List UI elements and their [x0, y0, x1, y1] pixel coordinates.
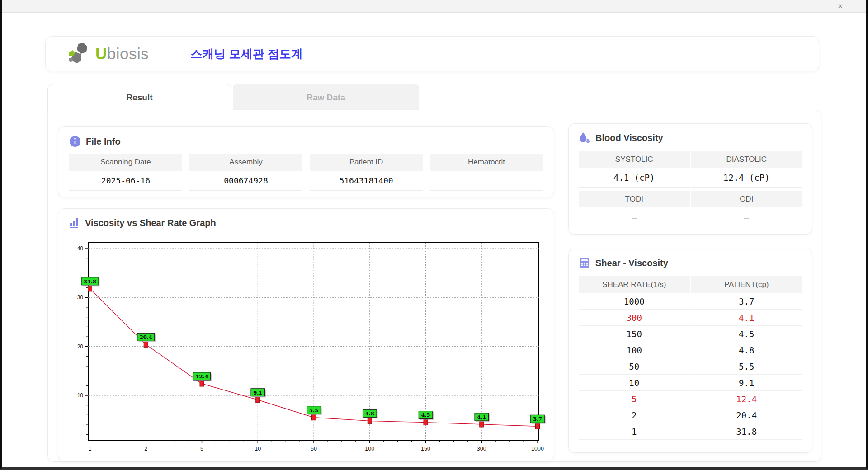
- tab-result[interactable]: Result: [47, 84, 231, 111]
- field-label: Scanning Date: [69, 154, 182, 171]
- patient-viscosity-cell: 20.4: [691, 407, 802, 423]
- svg-text:5: 5: [200, 446, 203, 452]
- patient-viscosity-cell: 4.1: [691, 310, 802, 326]
- bar-chart-icon: [68, 217, 80, 229]
- patient-viscosity-cell: 4.5: [691, 326, 802, 342]
- tab-raw-data[interactable]: Raw Data: [233, 84, 419, 111]
- window-titlebar: ✕: [2, 0, 866, 13]
- blood-viscosity-title: Blood Viscosity: [595, 133, 663, 143]
- shear-viscosity-rows: 10003.73004.11504.51004.8505.5109.1512.4…: [579, 293, 802, 440]
- patient-viscosity-cell: 31.8: [691, 423, 802, 440]
- field-value: 2025-06-16: [69, 171, 182, 191]
- shear-rate-cell: 1000: [579, 293, 690, 310]
- close-icon[interactable]: ✕: [837, 2, 843, 10]
- svg-text:4.8: 4.8: [365, 410, 374, 417]
- table-row: 3004.1: [579, 310, 802, 326]
- svg-text:40: 40: [77, 245, 84, 252]
- shear-rate-cell: 150: [579, 326, 690, 342]
- svg-text:1000: 1000: [531, 446, 544, 452]
- svg-text:300: 300: [477, 446, 486, 452]
- droplets-icon: [579, 132, 590, 144]
- metric-value: 12.4 (cP): [691, 168, 802, 188]
- file-info-field: Scanning Date2025-06-16: [69, 154, 182, 191]
- info-icon: [69, 136, 81, 147]
- file-info-field: Hematocrit: [430, 154, 543, 191]
- table-row: 512.4: [579, 391, 802, 407]
- shear-rate-cell: 50: [579, 358, 690, 375]
- metric-label: SYSTOLIC: [579, 151, 690, 168]
- field-value: [430, 171, 543, 191]
- page-title: 스캐닝 모세관 점도계: [190, 46, 302, 62]
- svg-text:31.8: 31.8: [84, 278, 96, 285]
- shear-viscosity-card: Shear - Viscosity SHEAR RATE(1/s) PATIEN…: [568, 249, 812, 453]
- svg-text:5.5: 5.5: [309, 407, 318, 414]
- patient-column-header: PATIENT(cp): [691, 276, 802, 293]
- svg-text:4.1: 4.1: [477, 414, 486, 420]
- patient-viscosity-cell: 4.8: [691, 342, 802, 358]
- field-value: 000674928: [189, 171, 302, 191]
- logo-letter-u: U: [95, 45, 107, 62]
- file-info-field: Assembly000674928: [189, 154, 302, 191]
- svg-text:50: 50: [311, 446, 317, 452]
- metric-value: –: [579, 207, 690, 227]
- shear-rate-cell: 100: [579, 342, 690, 358]
- blood-viscosity-card: Blood Viscosity SYSTOLICDIASTOLIC4.1 (cP…: [568, 123, 812, 235]
- svg-text:20.4: 20.4: [140, 334, 152, 340]
- table-row: 131.8: [579, 423, 802, 440]
- patient-viscosity-cell: 9.1: [691, 375, 802, 391]
- svg-text:30: 30: [77, 294, 84, 301]
- shear-rate-cell: 5: [579, 391, 690, 407]
- svg-text:9.1: 9.1: [253, 390, 262, 396]
- svg-text:3.7: 3.7: [533, 416, 542, 422]
- table-calculator-icon: [579, 257, 590, 269]
- leaf-logo-icon: [67, 42, 93, 66]
- logo-rest: biosis: [107, 45, 149, 62]
- viscosity-graph-title: Viscosity vs Shear Rate Graph: [85, 218, 216, 228]
- patient-viscosity-cell: 3.7: [691, 293, 802, 310]
- file-info-card: File Info Scanning Date2025-06-16Assembl…: [58, 126, 554, 197]
- logo-text: Ubiosis: [95, 45, 149, 63]
- shear-rate-cell: 300: [579, 310, 690, 326]
- patient-viscosity-cell: 5.5: [691, 358, 802, 375]
- shear-rate-cell: 1: [579, 423, 690, 440]
- metric-label: DIASTOLIC: [691, 151, 802, 168]
- blood-viscosity-table: SYSTOLICDIASTOLIC4.1 (cP)12.4 (cP)TODIOD…: [579, 151, 802, 227]
- result-panel: File Info Scanning Date2025-06-16Assembl…: [47, 110, 821, 462]
- field-label: Hematocrit: [430, 154, 543, 171]
- viscosity-graph-card: Viscosity vs Shear Rate Graph 1020304012…: [58, 208, 554, 461]
- metric-label: TODI: [579, 191, 690, 207]
- file-info-fields: Scanning Date2025-06-16Assembly000674928…: [69, 154, 543, 191]
- shear-rate-cell: 10: [579, 375, 690, 391]
- field-value: 51643181400: [310, 171, 423, 191]
- metric-value: 4.1 (cP): [579, 168, 690, 188]
- svg-text:4.5: 4.5: [421, 412, 430, 418]
- table-row: 220.4: [579, 407, 802, 423]
- ubiosis-logo: Ubiosis: [67, 42, 149, 66]
- viscosity-shear-chart: 102030401251050100150300100031.820.412.4…: [58, 231, 555, 460]
- blood-viscosity-group: TODIODI––: [579, 191, 802, 227]
- file-info-field: Patient ID51643181400: [310, 154, 423, 191]
- svg-text:10: 10: [77, 392, 84, 399]
- table-row: 1004.8: [579, 342, 802, 358]
- svg-text:1: 1: [89, 446, 92, 452]
- patient-viscosity-cell: 12.4: [691, 391, 802, 407]
- shear-rate-cell: 2: [579, 407, 690, 423]
- table-row: 109.1: [579, 375, 802, 391]
- shear-viscosity-table: SHEAR RATE(1/s) PATIENT(cp) 10003.73004.…: [579, 276, 802, 440]
- table-row: 505.5: [579, 358, 802, 375]
- svg-text:2: 2: [144, 446, 147, 452]
- svg-text:20: 20: [77, 343, 84, 350]
- field-label: Assembly: [189, 154, 302, 171]
- shear-viscosity-title: Shear - Viscosity: [595, 258, 668, 268]
- svg-text:10: 10: [255, 446, 261, 452]
- table-row: 10003.7: [579, 293, 802, 310]
- svg-text:100: 100: [365, 446, 374, 452]
- file-info-title: File Info: [86, 136, 121, 147]
- field-label: Patient ID: [310, 154, 423, 171]
- metric-value: –: [691, 207, 802, 227]
- svg-text:150: 150: [421, 446, 430, 452]
- svg-text:12.4: 12.4: [195, 373, 208, 380]
- blood-viscosity-group: SYSTOLICDIASTOLIC4.1 (cP)12.4 (cP): [579, 151, 802, 188]
- metric-label: ODI: [691, 191, 802, 207]
- header-card: Ubiosis 스캐닝 모세관 점도계: [45, 36, 819, 71]
